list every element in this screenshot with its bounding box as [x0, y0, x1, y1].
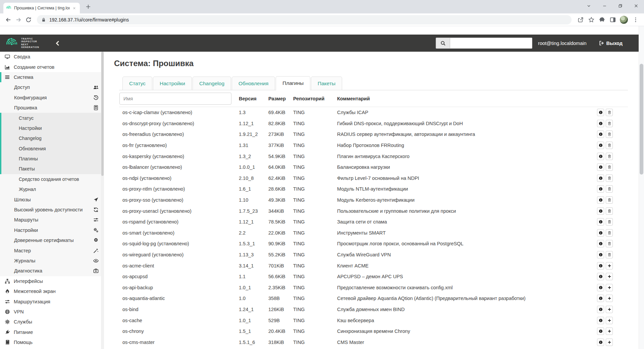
table-row[interactable]: os-squid-log-pg (установлено)1.5.3_190.9… [119, 238, 628, 249]
info-button[interactable] [597, 240, 604, 247]
global-search-input[interactable] [450, 38, 532, 48]
extensions-puzzle-icon[interactable] [597, 15, 607, 25]
sidebar-item-konfiguratsiya[interactable]: Конфигурация [0, 93, 104, 103]
share-icon[interactable] [576, 15, 586, 25]
remove-plugin-button[interactable] [606, 131, 613, 138]
info-button[interactable] [597, 251, 604, 258]
info-button[interactable] [597, 262, 604, 269]
back-icon[interactable] [3, 15, 13, 25]
table-row[interactable]: os-apcupsd1.156.6KiBTINGAPCUPSD – демон … [119, 271, 628, 282]
tab-plaginy[interactable]: Плагины [276, 76, 310, 90]
remove-plugin-button[interactable] [606, 163, 613, 171]
page-scrollbar[interactable] [639, 26, 644, 349]
info-button[interactable] [597, 218, 604, 226]
sidebar-item-sertifikaty[interactable]: Доверенные сертификаты [0, 235, 104, 245]
tab-close-icon[interactable] [71, 5, 77, 11]
sidebar-item-sluzhby[interactable]: Службы [0, 317, 104, 327]
remove-plugin-button[interactable] [606, 196, 613, 204]
tab-status[interactable]: Статус [122, 77, 152, 90]
info-button[interactable] [597, 131, 604, 138]
sidebar-item-pakety[interactable]: Пакеты [0, 164, 104, 174]
tab-obnovleniya[interactable]: Обновления [232, 77, 275, 90]
info-button[interactable] [597, 109, 604, 116]
sidebar-item-plaginy[interactable]: Плагины [0, 154, 104, 164]
window-close-icon[interactable] [628, 0, 644, 11]
remove-plugin-button[interactable] [606, 207, 613, 215]
sidebar-item-obnovleniya[interactable]: Обновления [0, 144, 104, 154]
info-button[interactable] [597, 185, 604, 193]
search-icon[interactable] [436, 38, 450, 48]
sidebar-item-diagnostika[interactable]: Диагностика [0, 266, 104, 276]
window-restore-icon[interactable] [612, 0, 628, 11]
table-row[interactable]: os-proxy-sso (установлено)1.1049.3KiBTIN… [119, 195, 628, 206]
remove-plugin-button[interactable] [606, 142, 613, 149]
sidebar-item-proshivka[interactable]: Прошивка [0, 103, 104, 113]
remove-plugin-button[interactable] [606, 251, 613, 258]
bookmark-star-icon[interactable] [586, 15, 596, 25]
info-button[interactable] [597, 317, 604, 324]
info-button[interactable] [597, 328, 604, 335]
remove-plugin-button[interactable] [606, 240, 613, 247]
logout-button[interactable]: Выход [599, 41, 623, 46]
install-plugin-button[interactable] [606, 262, 613, 269]
install-plugin-button[interactable] [606, 339, 613, 346]
sidebar-item-sozdanie-otchetov[interactable]: Создание отчетов [0, 62, 104, 72]
remove-plugin-button[interactable] [606, 174, 613, 182]
tab-nastroyki[interactable]: Настройки [153, 77, 192, 90]
install-plugin-button[interactable] [606, 295, 613, 302]
browser-profile-avatar[interactable] [620, 16, 628, 24]
table-row[interactable]: os-api-backup1.0_12.35KiBTINGПредоставле… [119, 282, 628, 293]
reload-icon[interactable] [23, 15, 34, 25]
tab-search-icon[interactable] [581, 0, 597, 11]
info-button[interactable] [597, 295, 604, 302]
sidebar-item-changelog[interactable]: Changelog [0, 133, 104, 143]
install-plugin-button[interactable] [606, 317, 613, 324]
remove-plugin-button[interactable] [606, 218, 613, 226]
name-filter-input[interactable] [119, 93, 231, 105]
sidebar-item-marshruty[interactable]: Маршруты [0, 215, 104, 225]
side-panel-icon[interactable] [608, 15, 618, 25]
sidebar-scrollbar[interactable] [101, 52, 104, 349]
sidebar-item-status[interactable]: Статус [0, 113, 104, 123]
sidebar-item-interfeysy[interactable]: Интерфейсы [0, 276, 104, 286]
tab-changelog[interactable]: Changelog [193, 77, 231, 90]
tab-pakety[interactable]: Пакеты [311, 77, 342, 90]
sidebar-item-dostup[interactable]: Доступ [0, 82, 104, 92]
install-plugin-button[interactable] [606, 273, 613, 280]
table-row[interactable]: os-bind1.24_1126KiBTINGСлужба доменных и… [119, 304, 628, 315]
table-row[interactable]: os-c-icap-clamav (установлено)1.369.4KiB… [119, 107, 628, 118]
info-button[interactable] [597, 153, 604, 160]
table-row[interactable]: os-chrony1.5_120.4KiBTINGСинхронизация в… [119, 326, 628, 337]
install-plugin-button[interactable] [606, 328, 613, 335]
table-row[interactable]: os-ndpi (установлено)2.10_862.4KiBTINGФи… [119, 173, 628, 184]
install-plugin-button[interactable] [606, 306, 613, 313]
table-row[interactable]: os-cms-master1.5.1_6318KiBTINGCMS Master [119, 337, 628, 348]
table-row[interactable]: os-smart (установлено)2.222.0KiBTINGИнст… [119, 228, 628, 239]
sidebar-item-vpn[interactable]: VPN [0, 307, 104, 317]
info-button[interactable] [597, 229, 604, 237]
table-row[interactable]: os-rspamd (установлено)1.12_178.5KiBTING… [119, 216, 628, 228]
table-row[interactable]: os-cache1.0_1529BTINGКэш вебсервера [119, 315, 628, 326]
table-row[interactable]: os-lbalancer (установлено)1.0.0_164.0KiB… [119, 162, 628, 173]
forward-icon[interactable] [13, 15, 23, 25]
sidebar-item-nastroyki-sys[interactable]: Настройки [0, 225, 104, 235]
remove-plugin-button[interactable] [606, 120, 613, 127]
info-button[interactable] [597, 273, 604, 280]
window-minimize-icon[interactable] [597, 0, 612, 11]
info-button[interactable] [597, 163, 604, 171]
sidebar-item-nastroyki-fw[interactable]: Настройки [0, 123, 104, 133]
sidebar-item-marshrutizatsiya[interactable]: Маршрутизация [0, 296, 104, 306]
table-row[interactable]: os-dnscrypt-proxy (установлено)1.12_182.… [119, 118, 628, 129]
sidebar-item-sredstvo-otchetov[interactable]: Средство создания отчетов [0, 174, 104, 184]
table-row[interactable]: os-acme-client3.14_1701KiBTINGКлиент ACM… [119, 260, 628, 271]
info-button[interactable] [597, 306, 604, 313]
sidebar-collapse-icon[interactable] [55, 40, 61, 46]
remove-plugin-button[interactable] [606, 185, 613, 193]
address-bar[interactable]: 192.168.37.7/ui/core/firmware#plugins [37, 15, 572, 24]
info-button[interactable] [597, 284, 604, 291]
sidebar-item-pomosch[interactable]: Помощь [0, 337, 104, 347]
sidebar-item-zhurnaly[interactable]: Журналы [0, 256, 104, 266]
table-row[interactable]: os-aquantia-atlantic1.0358BTINGСетевой д… [119, 293, 628, 304]
new-tab-button[interactable] [85, 4, 91, 10]
sidebar-item-sistema[interactable]: Система [0, 72, 104, 82]
